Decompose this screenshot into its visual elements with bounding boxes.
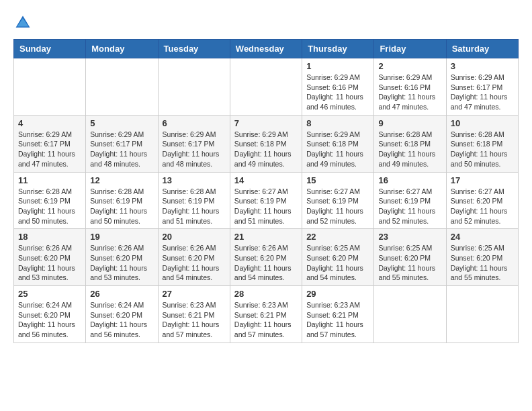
day-cell: 29Sunrise: 6:23 AM Sunset: 6:21 PM Dayli… [302, 286, 374, 343]
day-cell: 25Sunrise: 6:24 AM Sunset: 6:20 PM Dayli… [14, 286, 86, 343]
day-number: 16 [378, 175, 441, 185]
day-info: Sunrise: 6:27 AM Sunset: 6:19 PM Dayligh… [378, 187, 441, 226]
day-number: 8 [306, 118, 369, 128]
day-cell: 7Sunrise: 6:29 AM Sunset: 6:18 PM Daylig… [230, 115, 302, 172]
page-header [13, 13, 519, 32]
day-cell [374, 286, 446, 343]
day-number: 2 [378, 61, 441, 71]
day-number: 12 [90, 175, 153, 185]
day-info: Sunrise: 6:25 AM Sunset: 6:20 PM Dayligh… [306, 243, 369, 283]
day-number: 10 [451, 118, 514, 128]
header-cell-tuesday: Tuesday [158, 40, 230, 58]
day-cell [158, 58, 230, 116]
day-info: Sunrise: 6:28 AM Sunset: 6:19 PM Dayligh… [18, 187, 81, 226]
header-cell-sunday: Sunday [14, 40, 86, 58]
day-info: Sunrise: 6:29 AM Sunset: 6:18 PM Dayligh… [234, 130, 298, 169]
day-number: 24 [451, 232, 514, 242]
day-cell: 11Sunrise: 6:28 AM Sunset: 6:19 PM Dayli… [14, 172, 86, 229]
day-number: 17 [451, 175, 514, 185]
week-row-4: 18Sunrise: 6:26 AM Sunset: 6:20 PM Dayli… [14, 229, 519, 286]
day-number: 13 [163, 175, 226, 185]
day-cell: 28Sunrise: 6:23 AM Sunset: 6:21 PM Dayli… [230, 286, 302, 343]
day-info: Sunrise: 6:26 AM Sunset: 6:20 PM Dayligh… [90, 243, 153, 283]
day-cell: 3Sunrise: 6:29 AM Sunset: 6:17 PM Daylig… [446, 58, 518, 116]
day-cell: 5Sunrise: 6:29 AM Sunset: 6:17 PM Daylig… [86, 115, 158, 172]
day-info: Sunrise: 6:27 AM Sunset: 6:20 PM Dayligh… [451, 187, 514, 226]
day-number: 1 [306, 61, 369, 71]
day-info: Sunrise: 6:24 AM Sunset: 6:20 PM Dayligh… [90, 300, 153, 340]
day-info: Sunrise: 6:27 AM Sunset: 6:19 PM Dayligh… [306, 187, 369, 226]
day-info: Sunrise: 6:23 AM Sunset: 6:21 PM Dayligh… [234, 300, 298, 340]
day-info: Sunrise: 6:28 AM Sunset: 6:19 PM Dayligh… [163, 187, 226, 226]
day-number: 28 [234, 289, 298, 299]
day-cell: 19Sunrise: 6:26 AM Sunset: 6:20 PM Dayli… [86, 229, 158, 286]
day-info: Sunrise: 6:29 AM Sunset: 6:16 PM Dayligh… [378, 73, 441, 112]
header-cell-friday: Friday [374, 40, 446, 58]
day-number: 6 [163, 118, 226, 128]
day-info: Sunrise: 6:23 AM Sunset: 6:21 PM Dayligh… [163, 300, 226, 340]
day-cell: 13Sunrise: 6:28 AM Sunset: 6:19 PM Dayli… [158, 172, 230, 229]
day-number: 27 [163, 289, 226, 299]
day-cell [86, 58, 158, 116]
day-cell: 16Sunrise: 6:27 AM Sunset: 6:19 PM Dayli… [374, 172, 446, 229]
calendar-table: SundayMondayTuesdayWednesdayThursdayFrid… [13, 39, 519, 343]
day-cell [14, 58, 86, 116]
logo [13, 13, 35, 32]
day-cell: 12Sunrise: 6:28 AM Sunset: 6:19 PM Dayli… [86, 172, 158, 229]
header-cell-thursday: Thursday [302, 40, 374, 58]
day-cell: 6Sunrise: 6:29 AM Sunset: 6:17 PM Daylig… [158, 115, 230, 172]
day-cell: 10Sunrise: 6:28 AM Sunset: 6:18 PM Dayli… [446, 115, 518, 172]
day-number: 18 [18, 232, 81, 242]
day-cell: 15Sunrise: 6:27 AM Sunset: 6:19 PM Dayli… [302, 172, 374, 229]
day-number: 9 [378, 118, 441, 128]
day-info: Sunrise: 6:25 AM Sunset: 6:20 PM Dayligh… [378, 243, 441, 283]
day-info: Sunrise: 6:26 AM Sunset: 6:20 PM Dayligh… [18, 243, 81, 283]
day-info: Sunrise: 6:23 AM Sunset: 6:21 PM Dayligh… [306, 300, 369, 340]
day-number: 29 [306, 289, 369, 299]
day-cell: 8Sunrise: 6:29 AM Sunset: 6:18 PM Daylig… [302, 115, 374, 172]
day-number: 4 [18, 118, 81, 128]
day-info: Sunrise: 6:28 AM Sunset: 6:18 PM Dayligh… [378, 130, 441, 169]
day-cell: 4Sunrise: 6:29 AM Sunset: 6:17 PM Daylig… [14, 115, 86, 172]
day-cell: 2Sunrise: 6:29 AM Sunset: 6:16 PM Daylig… [374, 58, 446, 116]
week-row-3: 11Sunrise: 6:28 AM Sunset: 6:19 PM Dayli… [14, 172, 519, 229]
day-info: Sunrise: 6:28 AM Sunset: 6:18 PM Dayligh… [451, 130, 514, 169]
day-cell: 22Sunrise: 6:25 AM Sunset: 6:20 PM Dayli… [302, 229, 374, 286]
day-cell [446, 286, 518, 343]
header-cell-saturday: Saturday [446, 40, 518, 58]
day-number: 21 [234, 232, 298, 242]
day-info: Sunrise: 6:28 AM Sunset: 6:19 PM Dayligh… [90, 187, 153, 226]
day-cell: 23Sunrise: 6:25 AM Sunset: 6:20 PM Dayli… [374, 229, 446, 286]
day-number: 5 [90, 118, 153, 128]
day-cell: 17Sunrise: 6:27 AM Sunset: 6:20 PM Dayli… [446, 172, 518, 229]
day-number: 7 [234, 118, 298, 128]
day-cell [230, 58, 302, 116]
day-cell: 20Sunrise: 6:26 AM Sunset: 6:20 PM Dayli… [158, 229, 230, 286]
day-number: 23 [378, 232, 441, 242]
week-row-5: 25Sunrise: 6:24 AM Sunset: 6:20 PM Dayli… [14, 286, 519, 343]
day-number: 14 [234, 175, 298, 185]
week-row-2: 4Sunrise: 6:29 AM Sunset: 6:17 PM Daylig… [14, 115, 519, 172]
day-info: Sunrise: 6:29 AM Sunset: 6:17 PM Dayligh… [18, 130, 81, 169]
day-info: Sunrise: 6:26 AM Sunset: 6:20 PM Dayligh… [234, 243, 298, 283]
header-cell-wednesday: Wednesday [230, 40, 302, 58]
day-number: 11 [18, 175, 81, 185]
day-number: 25 [18, 289, 81, 299]
day-number: 19 [90, 232, 153, 242]
day-info: Sunrise: 6:29 AM Sunset: 6:18 PM Dayligh… [306, 130, 369, 169]
day-info: Sunrise: 6:29 AM Sunset: 6:17 PM Dayligh… [163, 130, 226, 169]
header-row: SundayMondayTuesdayWednesdayThursdayFrid… [14, 40, 519, 58]
week-row-1: 1Sunrise: 6:29 AM Sunset: 6:16 PM Daylig… [14, 58, 519, 116]
day-cell: 21Sunrise: 6:26 AM Sunset: 6:20 PM Dayli… [230, 229, 302, 286]
day-info: Sunrise: 6:24 AM Sunset: 6:20 PM Dayligh… [18, 300, 81, 340]
day-info: Sunrise: 6:29 AM Sunset: 6:16 PM Dayligh… [306, 73, 369, 112]
day-info: Sunrise: 6:27 AM Sunset: 6:19 PM Dayligh… [234, 187, 298, 226]
day-info: Sunrise: 6:29 AM Sunset: 6:17 PM Dayligh… [451, 73, 514, 112]
day-cell: 26Sunrise: 6:24 AM Sunset: 6:20 PM Dayli… [86, 286, 158, 343]
day-cell: 27Sunrise: 6:23 AM Sunset: 6:21 PM Dayli… [158, 286, 230, 343]
day-cell: 24Sunrise: 6:25 AM Sunset: 6:20 PM Dayli… [446, 229, 518, 286]
day-number: 26 [90, 289, 153, 299]
day-cell: 1Sunrise: 6:29 AM Sunset: 6:16 PM Daylig… [302, 58, 374, 116]
day-cell: 9Sunrise: 6:28 AM Sunset: 6:18 PM Daylig… [374, 115, 446, 172]
day-number: 22 [306, 232, 369, 242]
